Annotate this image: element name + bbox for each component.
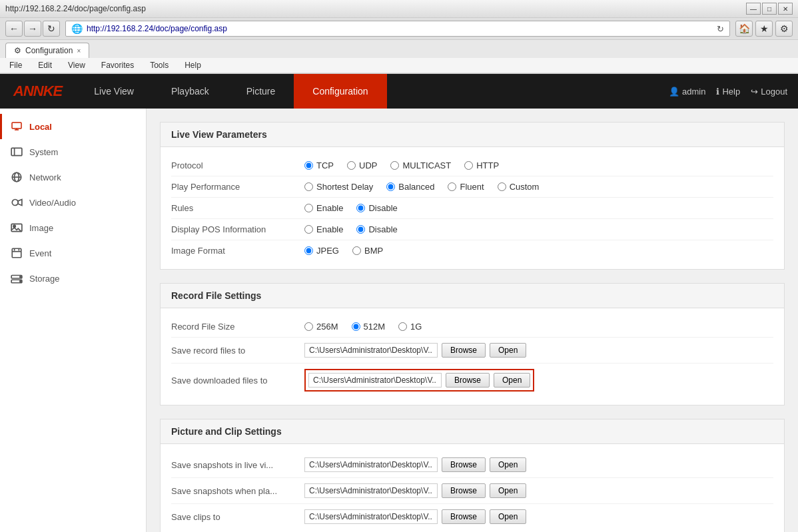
size-1g[interactable]: 1G [398, 322, 422, 332]
menu-tools[interactable]: Tools [146, 59, 173, 71]
display-pos-row: Display POS Information Enable Disable [171, 219, 773, 240]
image-format-label: Image Format [171, 246, 304, 256]
back-button[interactable]: ← [5, 21, 23, 37]
sidebar-item-image[interactable]: Image [0, 215, 146, 240]
maximize-button[interactable]: □ [762, 3, 777, 15]
logout-label: Logout [761, 87, 787, 97]
user-link[interactable]: 👤 admin [669, 87, 705, 97]
image-icon [11, 222, 23, 234]
app-header: ANNKE Live View Playback Picture Configu… [0, 74, 798, 109]
window-controls[interactable]: — □ ✕ [746, 3, 793, 15]
nav-picture[interactable]: Picture [228, 74, 294, 109]
menu-view[interactable]: View [64, 59, 89, 71]
perf-fluent[interactable]: Fluent [448, 182, 484, 192]
menu-edit[interactable]: Edit [34, 59, 56, 71]
protocol-tcp[interactable]: TCP [304, 160, 334, 170]
size-256m[interactable]: 256M [304, 322, 338, 332]
active-tab[interactable]: ⚙ Configuration × [5, 43, 89, 58]
snapshots-playback-browse[interactable]: Browse [442, 483, 486, 498]
sidebar-label-image: Image [29, 223, 53, 233]
rules-controls: Enable Disable [304, 203, 398, 213]
snapshots-live-browse[interactable]: Browse [442, 457, 486, 472]
save-clips-open[interactable]: Open [490, 509, 526, 524]
settings-button[interactable]: ⚙ [775, 21, 793, 37]
snapshots-playback-input[interactable] [304, 483, 438, 498]
snapshots-playback-open[interactable]: Open [490, 483, 526, 498]
menu-file[interactable]: File [5, 59, 26, 71]
app-nav: Live View Playback Picture Configuration [75, 74, 669, 109]
picture-clip-title: Picture and Clip Settings [161, 419, 784, 444]
sidebar-item-system[interactable]: System [0, 139, 146, 164]
save-clips-input[interactable] [304, 509, 438, 524]
forward-button[interactable]: → [24, 21, 41, 37]
logout-link[interactable]: ↪ Logout [751, 87, 787, 97]
rules-row: Rules Enable Disable [171, 198, 773, 219]
save-downloaded-open[interactable]: Open [494, 373, 530, 388]
format-bmp[interactable]: BMP [352, 246, 383, 256]
save-downloaded-input[interactable] [308, 373, 442, 388]
save-record-row: Save record files to Browse Open [171, 338, 773, 364]
protocol-multicast[interactable]: MULTICAST [390, 160, 451, 170]
svg-rect-11 [12, 248, 21, 258]
snapshots-playback-label: Save snapshots when pla... [171, 486, 304, 496]
live-view-section: Live View Parameters Protocol TCP UDP MU… [160, 122, 785, 270]
protocol-http[interactable]: HTTP [464, 160, 499, 170]
minimize-button[interactable]: — [746, 3, 761, 15]
tab-title: Configuration [25, 46, 73, 55]
header-right: 👤 admin ℹ Help ↪ Logout [669, 87, 798, 97]
format-jpeg[interactable]: JPEG [304, 246, 339, 256]
save-downloaded-browse[interactable]: Browse [446, 373, 490, 388]
browser-menubar: File Edit View Favorites Tools Help [0, 58, 798, 73]
rules-enable[interactable]: Enable [304, 203, 343, 213]
save-record-browse[interactable]: Browse [442, 343, 486, 358]
save-record-open[interactable]: Open [490, 343, 526, 358]
svg-rect-0 [12, 123, 21, 129]
menu-help[interactable]: Help [181, 59, 205, 71]
nav-playback[interactable]: Playback [153, 74, 228, 109]
snapshots-live-input[interactable] [304, 457, 438, 472]
snapshots-live-open[interactable]: Open [490, 457, 526, 472]
save-downloaded-label: Save downloaded files to [171, 376, 304, 386]
refresh-icon: ↻ [717, 24, 724, 34]
network-icon [11, 171, 23, 183]
rules-disable[interactable]: Disable [356, 203, 397, 213]
tab-close-button[interactable]: × [77, 47, 81, 55]
nav-live-view[interactable]: Live View [75, 74, 153, 109]
display-pos-controls: Enable Disable [304, 224, 398, 234]
perf-shortest-delay[interactable]: Shortest Delay [304, 182, 373, 192]
close-button[interactable]: ✕ [778, 3, 793, 15]
save-clips-browse[interactable]: Browse [442, 509, 486, 524]
sidebar-item-storage[interactable]: Storage [0, 266, 146, 291]
video-icon [11, 196, 23, 208]
help-link[interactable]: ℹ Help [716, 87, 740, 97]
protocol-label: Protocol [171, 160, 304, 170]
size-512m[interactable]: 512M [352, 322, 386, 332]
sidebar-item-video-audio[interactable]: Video/Audio [0, 190, 146, 215]
refresh-button[interactable]: ↻ [43, 21, 60, 37]
sidebar-item-network[interactable]: Network [0, 164, 146, 190]
perf-custom[interactable]: Custom [498, 182, 540, 192]
browser-chrome: http://192.168.2.24/doc/page/config.asp … [0, 0, 798, 74]
home-button[interactable]: 🏠 [735, 21, 753, 37]
save-record-input[interactable] [304, 343, 438, 358]
system-icon [11, 146, 23, 158]
perf-balanced[interactable]: Balanced [386, 182, 434, 192]
favorites-button[interactable]: ★ [755, 21, 773, 37]
record-file-size-row: Record File Size 256M 512M 1G [171, 316, 773, 338]
live-view-body: Protocol TCP UDP MULTICAST HTTP [161, 147, 784, 269]
menu-favorites[interactable]: Favorites [97, 59, 138, 71]
address-input[interactable] [87, 24, 713, 33]
image-format-controls: JPEG BMP [304, 246, 383, 256]
play-performance-label: Play Performance [171, 182, 304, 192]
protocol-udp[interactable]: UDP [347, 160, 377, 170]
pos-disable[interactable]: Disable [356, 224, 397, 234]
pos-enable[interactable]: Enable [304, 224, 343, 234]
sidebar-item-event[interactable]: Event [0, 240, 146, 266]
save-clips-row: Save clips to Browse Open [171, 504, 773, 529]
sidebar-item-local[interactable]: Local [0, 114, 146, 139]
titlebar-url: http://192.168.2.24/doc/page/config.asp [5, 4, 146, 13]
nav-configuration[interactable]: Configuration [294, 74, 386, 109]
browser-tabs: ⚙ Configuration × [0, 40, 798, 58]
display-pos-label: Display POS Information [171, 224, 304, 234]
globe-icon: 🌐 [71, 23, 83, 34]
